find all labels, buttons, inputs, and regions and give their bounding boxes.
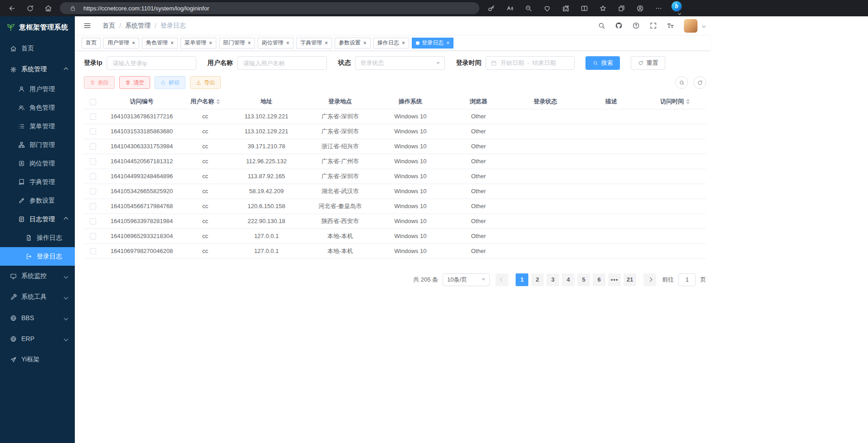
reset-button[interactable]: 重置 [631, 56, 665, 70]
breadcrumb-item-0[interactable]: 首页 [102, 22, 115, 30]
page-button-3[interactable]: 3 [546, 273, 559, 286]
sidebar-item-system-tools[interactable]: 系统工具 [0, 287, 75, 307]
address-bar[interactable]: https://ccnetcore.com:1101/system/log/lo… [60, 2, 479, 14]
tab-operation-log[interactable]: 操作日志× [373, 38, 409, 49]
sort-icon[interactable] [686, 99, 690, 104]
more-icon[interactable] [651, 2, 666, 15]
breadcrumb-item-1[interactable]: 系统管理 [125, 22, 151, 30]
font-size-icon[interactable] [667, 22, 674, 29]
tab-user-mgmt[interactable]: 用户管理× [103, 38, 139, 49]
tab-post-mgmt[interactable]: 岗位管理× [258, 38, 293, 49]
tab-close-icon[interactable]: × [402, 40, 405, 46]
row-checkbox[interactable] [90, 173, 96, 180]
delete-button[interactable]: 删除 [84, 76, 115, 89]
tab-close-icon[interactable]: × [363, 40, 366, 46]
bing-chat-button[interactable]: b [670, 1, 683, 15]
tab-role-mgmt[interactable]: 角色管理× [142, 38, 178, 49]
status-select[interactable]: 登录状态 [355, 56, 445, 70]
tab-close-icon[interactable]: × [248, 40, 251, 46]
refresh-table-button[interactable] [693, 76, 706, 89]
extensions-icon[interactable] [558, 2, 573, 15]
sidebar-item-login-log[interactable]: 登录日志 [0, 247, 75, 266]
login-ip-input[interactable] [107, 56, 196, 70]
clear-button[interactable]: 清空 [119, 76, 150, 89]
split-screen-icon[interactable] [577, 2, 591, 15]
tab-menu-mgmt[interactable]: 菜单管理× [180, 38, 216, 49]
row-checkbox[interactable] [90, 203, 96, 209]
favorites-icon[interactable] [595, 2, 610, 15]
page-button-4[interactable]: 4 [562, 273, 575, 286]
page-button-21[interactable]: 21 [624, 273, 636, 286]
sidebar-item-role-mgmt[interactable]: 角色管理 [0, 98, 75, 117]
help-icon[interactable] [632, 22, 640, 29]
profile-icon[interactable] [633, 2, 647, 15]
sidebar-item-menu-mgmt[interactable]: 菜单管理 [0, 117, 75, 136]
select-all-checkbox[interactable] [90, 99, 96, 105]
row-checkbox[interactable] [90, 233, 96, 239]
tab-close-icon[interactable]: × [171, 40, 174, 46]
row-checkbox[interactable] [90, 248, 96, 254]
github-icon[interactable] [615, 22, 623, 29]
fullscreen-icon[interactable] [649, 22, 657, 29]
tab-close-icon[interactable]: × [132, 40, 135, 46]
site-info-lock-icon[interactable] [65, 2, 80, 15]
essentials-icon[interactable] [540, 2, 554, 15]
row-checkbox[interactable] [90, 128, 96, 135]
prev-page-button[interactable] [496, 273, 508, 286]
page-button-more[interactable]: ••• [608, 273, 621, 286]
sort-icon[interactable] [216, 99, 220, 104]
date-range-picker[interactable]: 开始日期 - 结束日期 [486, 56, 575, 70]
read-aloud-icon[interactable] [502, 2, 517, 15]
export-button[interactable]: 导出 [190, 76, 221, 89]
unlock-button[interactable]: 解锁 [155, 76, 185, 89]
key-icon[interactable] [484, 2, 498, 15]
row-checkbox[interactable] [90, 188, 96, 195]
tab-dict-mgmt[interactable]: 字典管理× [296, 38, 332, 49]
row-checkbox[interactable] [90, 218, 96, 224]
page-button-2[interactable]: 2 [531, 273, 544, 286]
sidebar-item-log-mgmt[interactable]: 日志管理 [0, 210, 75, 229]
tab-close-icon[interactable]: × [286, 40, 289, 46]
search-button[interactable]: 搜索 [585, 56, 620, 70]
sidebar-item-post-mgmt[interactable]: 岗位管理 [0, 154, 75, 173]
tab-dept-mgmt[interactable]: 部门管理× [219, 38, 255, 49]
sidebar-item-erp[interactable]: ERP [0, 328, 75, 349]
tab-close-icon[interactable]: × [446, 40, 449, 46]
sidebar-item-bbs[interactable]: BBS [0, 307, 75, 328]
page-button-1[interactable]: 1 [516, 273, 528, 286]
sidebar-item-yi-framework[interactable]: Yi框架 [0, 349, 75, 370]
collections-icon[interactable] [614, 2, 629, 15]
back-icon[interactable] [5, 2, 19, 15]
sidebar-item-home[interactable]: 首页 [0, 38, 75, 59]
tab-param-settings[interactable]: 参数设置× [335, 38, 371, 49]
username-input[interactable] [237, 56, 327, 70]
user-avatar[interactable] [684, 19, 697, 33]
page-size-select[interactable]: 10条/页 [443, 273, 490, 286]
page-button-5[interactable]: 5 [577, 273, 590, 286]
page-button-6[interactable]: 6 [593, 273, 605, 286]
chevron-down-icon[interactable] [702, 24, 706, 27]
tab-close-icon[interactable]: × [209, 40, 212, 46]
goto-page-input[interactable] [678, 273, 696, 286]
row-checkbox[interactable] [90, 113, 96, 120]
sidebar-item-dept-mgmt[interactable]: 部门管理 [0, 136, 75, 154]
sidebar-item-operation-log[interactable]: 操作日志 [0, 229, 75, 247]
zoom-out-icon[interactable] [521, 2, 536, 15]
sidebar-item-param-settings[interactable]: 参数设置 [0, 191, 75, 210]
tab-home[interactable]: 首页 [82, 38, 101, 49]
collapse-sidebar-icon[interactable] [83, 21, 92, 30]
search-icon[interactable] [598, 22, 605, 29]
sidebar-item-user-mgmt[interactable]: 用户管理 [0, 80, 75, 98]
next-page-button[interactable] [644, 273, 656, 286]
row-checkbox[interactable] [90, 158, 96, 165]
breadcrumb-item-2[interactable]: 登录日志 [161, 22, 186, 30]
tab-close-icon[interactable]: × [325, 40, 328, 46]
sidebar-item-system-monitor[interactable]: 系统监控 [0, 266, 75, 287]
sidebar-item-system-mgmt[interactable]: 系统管理 [0, 59, 75, 80]
toggle-search-button[interactable] [675, 76, 688, 89]
browser-home-icon[interactable] [41, 2, 55, 15]
sidebar-item-dict-mgmt[interactable]: 字典管理 [0, 173, 75, 191]
reload-icon[interactable] [23, 2, 37, 15]
row-checkbox[interactable] [90, 143, 96, 150]
tab-login-log[interactable]: 登录日志× [412, 38, 454, 49]
